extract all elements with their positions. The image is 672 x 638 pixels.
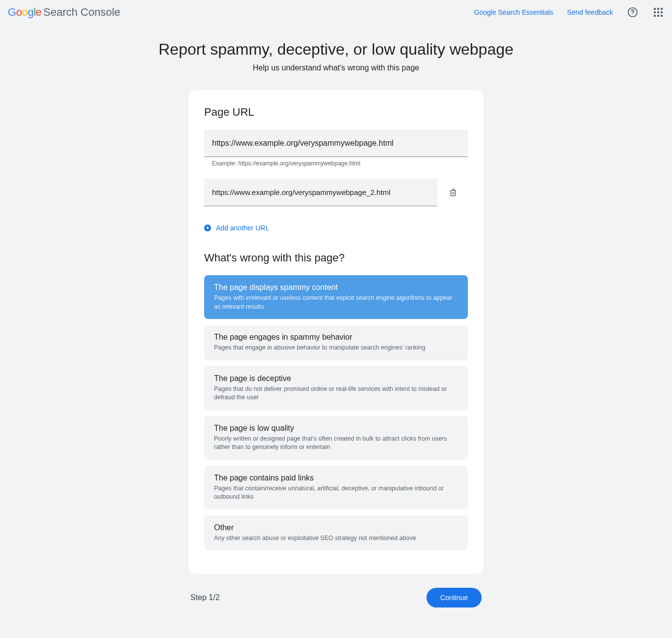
issue-option-0[interactable]: The page displays spammy contentPages wi…	[204, 275, 468, 319]
plus-icon: +	[204, 224, 211, 231]
help-icon[interactable]	[627, 6, 639, 18]
option-title: The page contains paid links	[214, 474, 458, 482]
svg-point-1	[632, 14, 633, 15]
link-search-essentials[interactable]: Google Search Essentials	[474, 8, 553, 16]
url-example-text: Example: https://example.org/veryspammyw…	[204, 160, 468, 167]
issue-option-5[interactable]: OtherAny other search abuse or exploitat…	[204, 515, 468, 551]
step-indicator: Step 1/2	[190, 593, 220, 602]
issue-option-4[interactable]: The page contains paid linksPages that c…	[204, 466, 468, 510]
issue-section-title: What's wrong with this page?	[204, 252, 468, 264]
option-title: Other	[214, 523, 458, 532]
trash-icon	[449, 188, 458, 197]
url-input-wrapper-1	[204, 129, 468, 157]
header-right: Google Search Essentials Send feedback	[474, 6, 665, 18]
issue-option-1[interactable]: The page engages in spammy behaviorPages…	[204, 325, 468, 360]
continue-button[interactable]: Continue	[427, 588, 482, 607]
option-desc: Any other search abuse or exploitative S…	[214, 534, 458, 543]
url-section-title: Page URL	[204, 106, 468, 119]
option-title: The page engages in spammy behavior	[214, 333, 458, 342]
page-url-input-1[interactable]	[204, 129, 468, 157]
link-send-feedback[interactable]: Send feedback	[567, 8, 613, 16]
option-title: The page displays spammy content	[214, 283, 458, 292]
apps-icon[interactable]	[652, 6, 664, 18]
option-desc: Pages that do not deliver promised onlin…	[214, 385, 458, 402]
url-input-wrapper-2	[204, 179, 468, 206]
main-form-card: Page URL Example: https://example.org/ve…	[188, 90, 484, 574]
header-left: Google Search Console	[8, 6, 121, 19]
logo-suffix: Search Console	[43, 6, 121, 19]
add-url-label: Add another URL	[216, 224, 269, 232]
delete-url-button[interactable]	[443, 183, 463, 202]
option-desc: Pages with irrelevant or useless content…	[214, 294, 458, 311]
option-title: The page is low quality	[214, 424, 458, 433]
page-header: Report spammy, deceptive, or low quality…	[0, 40, 672, 72]
app-header: Google Search Console Google Search Esse…	[0, 0, 672, 25]
issue-option-3[interactable]: The page is low qualityPoorly written or…	[204, 416, 468, 460]
option-desc: Pages that engage in abusive behavior to…	[214, 344, 458, 352]
page-url-input-2[interactable]	[204, 179, 437, 206]
option-desc: Pages that contain/receive unnatural, ar…	[214, 484, 458, 502]
form-footer: Step 1/2 Continue	[188, 588, 484, 607]
issue-option-2[interactable]: The page is deceptivePages that do not d…	[204, 366, 468, 410]
page-title: Report spammy, deceptive, or low quality…	[0, 40, 672, 59]
option-title: The page is deceptive	[214, 374, 458, 383]
add-url-button[interactable]: + Add another URL	[204, 224, 468, 232]
app-logo[interactable]: Google Search Console	[8, 6, 121, 19]
option-desc: Poorly written or designed page that's o…	[214, 435, 458, 452]
google-logo-text: Google	[8, 6, 41, 19]
page-subtitle: Help us understand what's wrong with thi…	[0, 64, 672, 72]
